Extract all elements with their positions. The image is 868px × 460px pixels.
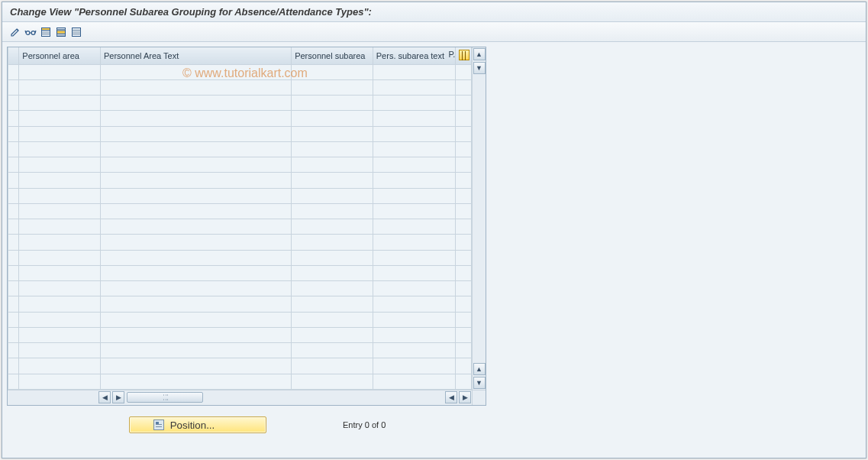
cell-p_extra[interactable] xyxy=(456,157,472,173)
cell-pers_subarea_text[interactable] xyxy=(373,343,456,358)
cell-personnel_subarea[interactable] xyxy=(292,296,373,312)
cell-personnel_subarea[interactable] xyxy=(292,111,373,126)
hscroll-track[interactable] xyxy=(205,390,444,405)
cell-pers_subarea_text[interactable] xyxy=(373,64,456,79)
table-row[interactable] xyxy=(8,250,472,265)
col-config[interactable]: P. xyxy=(456,47,472,64)
position-button[interactable]: Position... xyxy=(129,416,266,433)
cell-pers_subarea_text[interactable] xyxy=(373,157,456,173)
cell-personnel_area[interactable] xyxy=(19,343,101,358)
cell-personnel_area[interactable] xyxy=(19,157,101,173)
row-selector[interactable] xyxy=(8,312,19,327)
row-selector[interactable] xyxy=(8,79,19,95)
row-selector[interactable] xyxy=(8,327,19,342)
cell-p_extra[interactable] xyxy=(456,126,472,141)
row-selector[interactable] xyxy=(8,111,19,126)
cell-personnel_area_text[interactable] xyxy=(100,141,291,157)
cell-personnel_area_text[interactable] xyxy=(100,111,291,126)
row-selector[interactable] xyxy=(8,173,19,188)
cell-personnel_area[interactable] xyxy=(19,79,101,95)
cell-pers_subarea_text[interactable] xyxy=(373,141,456,157)
cell-p_extra[interactable] xyxy=(456,219,472,235)
cell-personnel_area_text[interactable] xyxy=(100,79,291,95)
cell-personnel_area[interactable] xyxy=(19,96,101,111)
cell-personnel_area_text[interactable] xyxy=(100,343,291,358)
cell-personnel_area[interactable] xyxy=(19,126,101,141)
cell-personnel_area[interactable] xyxy=(19,219,101,235)
cell-personnel_area[interactable] xyxy=(19,173,101,188)
table-row[interactable] xyxy=(8,265,472,280)
cell-personnel_area_text[interactable] xyxy=(100,64,291,79)
change-icon[interactable] xyxy=(8,25,22,39)
cell-personnel_subarea[interactable] xyxy=(292,374,373,390)
deselect-all-icon[interactable] xyxy=(69,25,83,39)
cell-p_extra[interactable] xyxy=(456,79,472,95)
row-selector[interactable] xyxy=(8,296,19,312)
col-personnel-subarea[interactable]: Personnel subarea xyxy=(292,47,373,64)
cell-personnel_area[interactable] xyxy=(19,111,101,126)
table-row[interactable] xyxy=(8,126,472,141)
scroll-down-icon[interactable]: ▼ xyxy=(473,377,486,389)
cell-personnel_area_text[interactable] xyxy=(100,374,291,390)
row-selector[interactable] xyxy=(8,250,19,265)
table-row[interactable] xyxy=(8,141,472,157)
cell-personnel_subarea[interactable] xyxy=(292,312,373,327)
horizontal-scrollbar[interactable]: ◀ ▶ ◀ ▶ xyxy=(8,390,486,405)
cell-personnel_area[interactable] xyxy=(19,235,101,250)
cell-pers_subarea_text[interactable] xyxy=(373,96,456,111)
row-selector[interactable] xyxy=(8,126,19,141)
data-table[interactable]: Personnel area Personnel Area Text Perso… xyxy=(8,47,472,390)
row-selector-header[interactable] xyxy=(8,47,19,64)
cell-pers_subarea_text[interactable] xyxy=(373,265,456,280)
cell-pers_subarea_text[interactable] xyxy=(373,358,456,374)
cell-personnel_subarea[interactable] xyxy=(292,126,373,141)
cell-personnel_area_text[interactable] xyxy=(100,296,291,312)
cell-pers_subarea_text[interactable] xyxy=(373,111,456,126)
cell-personnel_subarea[interactable] xyxy=(292,96,373,111)
cell-personnel_area[interactable] xyxy=(19,374,101,390)
cell-pers_subarea_text[interactable] xyxy=(373,188,456,203)
cell-personnel_subarea[interactable] xyxy=(292,157,373,173)
cell-personnel_area[interactable] xyxy=(19,250,101,265)
cell-personnel_area_text[interactable] xyxy=(100,188,291,203)
cell-p_extra[interactable] xyxy=(456,235,472,250)
cell-personnel_area[interactable] xyxy=(19,141,101,157)
cell-personnel_area_text[interactable] xyxy=(100,250,291,265)
cell-p_extra[interactable] xyxy=(456,358,472,374)
cell-pers_subarea_text[interactable] xyxy=(373,250,456,265)
cell-personnel_area[interactable] xyxy=(19,327,101,342)
row-selector[interactable] xyxy=(8,188,19,203)
cell-p_extra[interactable] xyxy=(456,141,472,157)
cell-personnel_subarea[interactable] xyxy=(292,64,373,79)
table-row[interactable] xyxy=(8,203,472,219)
cell-p_extra[interactable] xyxy=(456,173,472,188)
cell-pers_subarea_text[interactable] xyxy=(373,203,456,219)
cell-p_extra[interactable] xyxy=(456,96,472,111)
cell-personnel_subarea[interactable] xyxy=(292,235,373,250)
cell-personnel_subarea[interactable] xyxy=(292,141,373,157)
row-selector[interactable] xyxy=(8,235,19,250)
table-row[interactable] xyxy=(8,188,472,203)
select-all-icon[interactable] xyxy=(39,25,53,39)
cell-personnel_subarea[interactable] xyxy=(292,250,373,265)
scroll-left-step-icon[interactable]: ◀ xyxy=(445,391,457,403)
cell-personnel_subarea[interactable] xyxy=(292,79,373,95)
table-row[interactable] xyxy=(8,79,472,95)
cell-p_extra[interactable] xyxy=(456,343,472,358)
cell-personnel_subarea[interactable] xyxy=(292,219,373,235)
cell-pers_subarea_text[interactable] xyxy=(373,296,456,312)
cell-pers_subarea_text[interactable] xyxy=(373,312,456,327)
table-row[interactable] xyxy=(8,327,472,342)
row-selector[interactable] xyxy=(8,358,19,374)
cell-personnel_area[interactable] xyxy=(19,203,101,219)
table-row[interactable] xyxy=(8,235,472,250)
cell-personnel_area_text[interactable] xyxy=(100,157,291,173)
table-row[interactable] xyxy=(8,343,472,358)
table-row[interactable] xyxy=(8,374,472,390)
cell-p_extra[interactable] xyxy=(456,281,472,296)
row-selector[interactable] xyxy=(8,219,19,235)
row-selector[interactable] xyxy=(8,281,19,296)
row-selector[interactable] xyxy=(8,157,19,173)
cell-personnel_area_text[interactable] xyxy=(100,219,291,235)
table-row[interactable] xyxy=(8,64,472,79)
